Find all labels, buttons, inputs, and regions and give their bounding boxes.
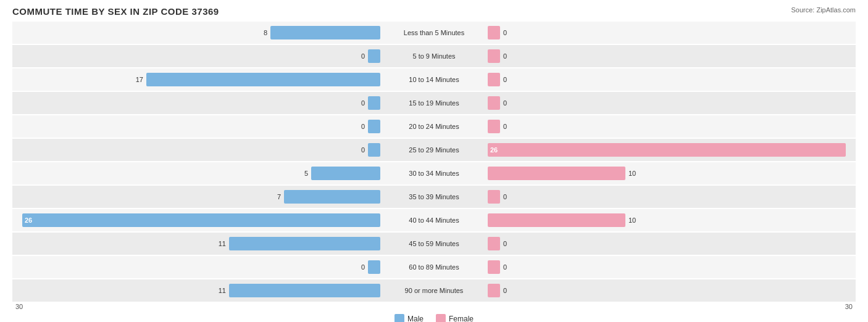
male-bar: 26: [22, 213, 380, 227]
bar-row: 1710 to 14 Minutes0: [12, 68, 856, 91]
left-section: 11: [12, 279, 383, 302]
female-bar: [488, 260, 500, 274]
male-value: 0: [361, 146, 365, 154]
female-bar: [488, 73, 500, 86]
female-value: 0: [503, 29, 507, 36]
row-label: 15 to 19 Minutes: [383, 99, 485, 107]
male-bar: [368, 96, 380, 110]
left-section: 0: [12, 45, 383, 67]
bar-row: 8Less than 5 Minutes0: [12, 22, 856, 44]
bar-row: 015 to 19 Minutes0: [12, 92, 856, 114]
male-value: 0: [361, 123, 365, 130]
male-bar: [284, 190, 380, 204]
row-label: 60 to 89 Minutes: [383, 263, 485, 271]
female-value: 0: [503, 123, 507, 130]
right-section: 0: [485, 115, 856, 138]
right-section: 0: [485, 256, 856, 278]
legend: Male Female: [12, 314, 856, 322]
male-bar: [229, 237, 380, 250]
male-legend-label: Male: [407, 315, 424, 322]
right-section: 0: [485, 22, 856, 44]
female-bar: [488, 237, 500, 250]
legend-male: Male: [394, 314, 424, 322]
bar-row: 05 to 9 Minutes0: [12, 45, 856, 67]
bar-row: 530 to 34 Minutes10: [12, 162, 856, 184]
female-value: 0: [503, 52, 507, 60]
row-label: Less than 5 Minutes: [383, 29, 485, 36]
right-section: 0: [485, 233, 856, 255]
row-label: 30 to 34 Minutes: [383, 170, 485, 177]
bar-row: 2640 to 44 Minutes10: [12, 209, 856, 231]
male-value: 8: [264, 29, 267, 36]
female-legend-label: Female: [449, 315, 474, 322]
left-section: 5: [12, 162, 383, 184]
left-section: 0: [12, 92, 383, 114]
left-section: 7: [12, 186, 383, 208]
axis-left: 30: [12, 303, 384, 310]
right-section: 26: [485, 139, 856, 161]
left-section: 11: [12, 233, 383, 255]
female-bar: [488, 190, 500, 204]
male-bar: [270, 26, 380, 39]
female-value: 0: [503, 287, 507, 294]
left-section: 8: [12, 22, 383, 44]
left-section: 17: [12, 68, 383, 91]
row-label: 40 to 44 Minutes: [383, 217, 485, 224]
female-bar: [488, 284, 500, 297]
row-label: 10 to 14 Minutes: [383, 76, 485, 83]
source-label: Source: ZipAtlas.com: [791, 6, 856, 14]
bar-row: 1145 to 59 Minutes0: [12, 233, 856, 255]
right-section: 10: [485, 209, 856, 231]
bar-row: 1190 or more Minutes0: [12, 279, 856, 302]
left-section: 26: [12, 209, 383, 231]
chart-container: COMMUTE TIME BY SEX IN ZIP CODE 37369 So…: [0, 0, 868, 322]
left-section: 0: [12, 256, 383, 278]
male-bar: [368, 260, 380, 274]
male-bar: [368, 143, 380, 157]
right-section: 0: [485, 186, 856, 208]
female-value: 10: [628, 217, 636, 224]
male-value: 11: [219, 287, 226, 294]
female-value: 0: [503, 193, 507, 200]
bar-row: 060 to 89 Minutes0: [12, 256, 856, 278]
male-value: 0: [361, 52, 365, 60]
male-value: 7: [277, 193, 281, 200]
male-bar: [311, 167, 380, 180]
female-bar: [488, 213, 625, 227]
left-section: 0: [12, 115, 383, 138]
axis-row: 30 30: [12, 303, 856, 310]
right-section: 0: [485, 279, 856, 302]
female-value: 0: [503, 240, 507, 247]
female-bar-value: 26: [488, 146, 500, 154]
male-bar: [368, 120, 380, 133]
row-label: 25 to 29 Minutes: [383, 146, 485, 154]
male-value: 11: [219, 240, 226, 247]
right-section: 10: [485, 162, 856, 184]
female-bar: 26: [488, 143, 846, 157]
male-value: 0: [361, 263, 365, 271]
female-value: 10: [628, 170, 636, 177]
female-value: 0: [503, 76, 507, 83]
bar-row: 735 to 39 Minutes0: [12, 186, 856, 208]
male-legend-box: [394, 314, 404, 322]
right-section: 0: [485, 68, 856, 91]
female-value: 0: [503, 99, 507, 107]
row-label: 5 to 9 Minutes: [383, 52, 485, 60]
female-bar: [488, 26, 500, 39]
female-legend-box: [436, 314, 446, 322]
right-section: 0: [485, 45, 856, 67]
female-bar: [488, 49, 500, 63]
female-bar: [488, 167, 625, 180]
row-label: 45 to 59 Minutes: [383, 240, 485, 247]
chart-title: COMMUTE TIME BY SEX IN ZIP CODE 37369: [12, 6, 856, 17]
row-label: 20 to 24 Minutes: [383, 123, 485, 130]
bar-row: 020 to 24 Minutes0: [12, 115, 856, 138]
female-bar: [488, 120, 500, 133]
bar-row: 025 to 29 Minutes26: [12, 139, 856, 161]
row-label: 35 to 39 Minutes: [383, 193, 485, 200]
legend-female: Female: [436, 314, 474, 322]
row-label: 90 or more Minutes: [383, 287, 485, 294]
male-bar-value: 26: [22, 217, 35, 224]
left-section: 0: [12, 139, 383, 161]
male-bar: [146, 73, 380, 86]
